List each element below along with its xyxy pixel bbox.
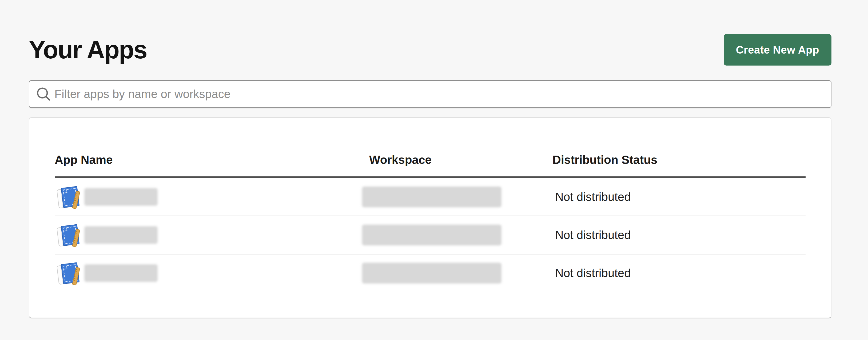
- distribution-status-text: Not distributed: [555, 267, 631, 279]
- workspace-cell: [369, 263, 552, 283]
- default-app-icon: [55, 223, 81, 248]
- filter-apps-searchbar[interactable]: [29, 80, 832, 108]
- app-name-cell: [55, 184, 369, 210]
- apps-table-header: App Name Workspace Distribution Status: [55, 118, 806, 178]
- workspace-cell: [369, 186, 552, 207]
- distribution-status-cell: Not distributed: [552, 190, 806, 204]
- apps-table-card: App Name Workspace Distribution Status N…: [29, 117, 832, 318]
- column-header-distribution-status: Distribution Status: [552, 153, 806, 167]
- distribution-status-text: Not distributed: [555, 228, 631, 241]
- default-app-icon: [55, 261, 81, 286]
- distribution-status-cell: Not distributed: [552, 266, 806, 280]
- app-name-cell: [55, 261, 369, 286]
- workspace-redacted: [362, 225, 501, 245]
- app-name-redacted: [84, 264, 158, 282]
- app-table-row[interactable]: Not distributed: [55, 216, 806, 254]
- app-table-row[interactable]: Not distributed: [55, 254, 806, 292]
- column-header-workspace: Workspace: [369, 153, 552, 167]
- distribution-status-cell: Not distributed: [552, 228, 806, 242]
- search-input[interactable]: [54, 82, 826, 106]
- distribution-status-text: Not distributed: [555, 190, 631, 203]
- app-table-row[interactable]: Not distributed: [55, 178, 806, 216]
- default-app-icon: [55, 184, 81, 210]
- app-name-redacted: [84, 226, 158, 244]
- page-header: Your Apps Create New App: [29, 34, 832, 66]
- search-icon: [36, 86, 51, 102]
- workspace-redacted: [362, 186, 501, 207]
- app-name-cell: [55, 223, 369, 248]
- column-header-app-name: App Name: [55, 153, 369, 167]
- workspace-cell: [369, 225, 552, 245]
- apps-table-body: Not distributed Not distributed Not dist: [55, 178, 806, 292]
- page-title: Your Apps: [29, 34, 147, 66]
- create-new-app-button[interactable]: Create New App: [724, 34, 832, 66]
- workspace-redacted: [362, 263, 501, 283]
- app-name-redacted: [84, 188, 158, 206]
